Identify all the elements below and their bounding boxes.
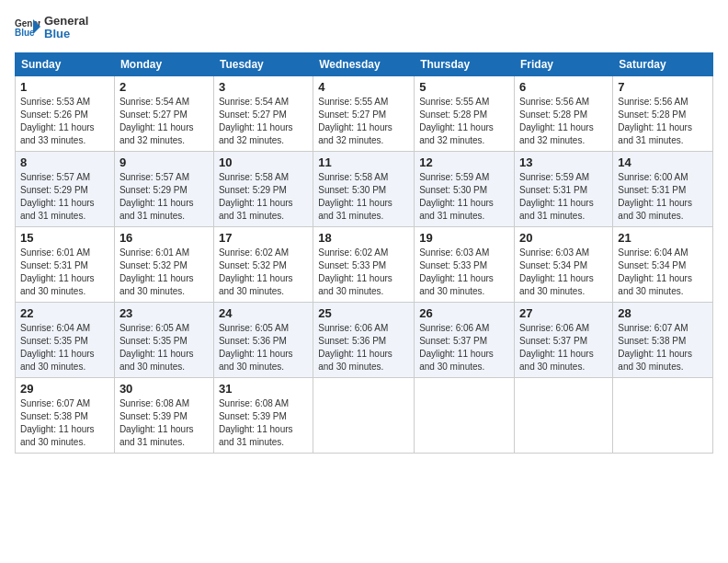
day-info: Sunrise: 6:01 AM Sunset: 5:32 PM Dayligh… [119,247,209,298]
calendar-cell: 21 Sunrise: 6:04 AM Sunset: 5:34 PM Dayl… [613,226,713,302]
calendar-cell: 8 Sunrise: 5:57 AM Sunset: 5:29 PM Dayli… [16,151,115,226]
day-number: 23 [119,306,209,320]
calendar-cell [613,377,713,453]
day-number: 14 [618,155,708,169]
day-info: Sunrise: 5:55 AM Sunset: 5:27 PM Dayligh… [318,96,409,147]
day-number: 15 [20,231,109,245]
calendar-cell: 16 Sunrise: 6:01 AM Sunset: 5:32 PM Dayl… [114,226,213,302]
day-number: 4 [318,80,409,94]
day-number: 3 [219,80,308,94]
day-number: 25 [318,306,409,320]
day-info: Sunrise: 5:59 AM Sunset: 5:31 PM Dayligh… [519,171,608,223]
day-number: 26 [419,306,509,320]
calendar-cell [415,377,515,453]
calendar-cell: 20 Sunrise: 6:03 AM Sunset: 5:34 PM Dayl… [515,226,613,302]
day-info: Sunrise: 6:02 AM Sunset: 5:32 PM Dayligh… [219,247,308,298]
day-number: 17 [219,231,308,245]
calendar-cell: 1 Sunrise: 5:53 AM Sunset: 5:26 PM Dayli… [16,75,115,151]
day-number: 10 [219,155,308,169]
day-header-monday: Monday [114,52,213,75]
day-number: 29 [20,382,109,396]
calendar-cell: 31 Sunrise: 6:08 AM Sunset: 5:39 PM Dayl… [213,377,313,453]
calendar-cell: 6 Sunrise: 5:56 AM Sunset: 5:28 PM Dayli… [515,75,613,151]
calendar-cell: 29 Sunrise: 6:07 AM Sunset: 5:38 PM Dayl… [16,377,115,453]
day-info: Sunrise: 6:02 AM Sunset: 5:33 PM Dayligh… [318,247,409,298]
day-info: Sunrise: 5:57 AM Sunset: 5:29 PM Dayligh… [20,171,109,223]
day-header-saturday: Saturday [613,52,713,75]
day-number: 16 [119,231,209,245]
day-number: 24 [219,306,308,320]
day-number: 6 [519,80,608,94]
day-number: 8 [20,155,109,169]
calendar-cell: 17 Sunrise: 6:02 AM Sunset: 5:32 PM Dayl… [213,226,313,302]
calendar-cell: 5 Sunrise: 5:55 AM Sunset: 5:28 PM Dayli… [415,75,515,151]
day-info: Sunrise: 6:08 AM Sunset: 5:39 PM Dayligh… [119,397,209,449]
day-number: 1 [20,80,109,94]
day-info: Sunrise: 6:01 AM Sunset: 5:31 PM Dayligh… [20,247,109,298]
day-info: Sunrise: 6:00 AM Sunset: 5:31 PM Dayligh… [618,171,708,223]
calendar-cell: 4 Sunrise: 5:55 AM Sunset: 5:27 PM Dayli… [313,75,415,151]
day-number: 13 [519,155,608,169]
calendar-cell: 10 Sunrise: 5:58 AM Sunset: 5:29 PM Dayl… [213,151,313,226]
day-number: 19 [419,231,509,245]
calendar-table: SundayMondayTuesdayWednesdayThursdayFrid… [15,52,713,454]
day-header-friday: Friday [515,52,613,75]
day-info: Sunrise: 6:06 AM Sunset: 5:37 PM Dayligh… [419,322,509,373]
calendar-cell: 3 Sunrise: 5:54 AM Sunset: 5:27 PM Dayli… [213,75,313,151]
logo: General Blue General Blue [15,15,88,41]
day-number: 30 [119,382,209,396]
day-info: Sunrise: 6:04 AM Sunset: 5:34 PM Dayligh… [618,247,708,298]
day-info: Sunrise: 5:58 AM Sunset: 5:30 PM Dayligh… [318,171,409,223]
day-info: Sunrise: 6:05 AM Sunset: 5:36 PM Dayligh… [219,322,308,373]
day-info: Sunrise: 5:54 AM Sunset: 5:27 PM Dayligh… [119,96,209,147]
day-number: 22 [20,306,109,320]
day-number: 2 [119,80,209,94]
calendar-cell [313,377,415,453]
calendar-cell: 7 Sunrise: 5:56 AM Sunset: 5:28 PM Dayli… [613,75,713,151]
day-info: Sunrise: 6:03 AM Sunset: 5:33 PM Dayligh… [419,247,509,298]
day-number: 11 [318,155,409,169]
calendar-cell [515,377,613,453]
svg-text:Blue: Blue [15,28,35,38]
day-info: Sunrise: 6:06 AM Sunset: 5:37 PM Dayligh… [519,322,608,373]
calendar-cell: 19 Sunrise: 6:03 AM Sunset: 5:33 PM Dayl… [415,226,515,302]
day-info: Sunrise: 5:54 AM Sunset: 5:27 PM Dayligh… [219,96,308,147]
day-info: Sunrise: 6:03 AM Sunset: 5:34 PM Dayligh… [519,247,608,298]
day-number: 28 [618,306,708,320]
day-header-thursday: Thursday [415,52,515,75]
day-number: 5 [419,80,509,94]
calendar-cell: 2 Sunrise: 5:54 AM Sunset: 5:27 PM Dayli… [114,75,213,151]
calendar-cell: 15 Sunrise: 6:01 AM Sunset: 5:31 PM Dayl… [16,226,115,302]
calendar-cell: 18 Sunrise: 6:02 AM Sunset: 5:33 PM Dayl… [313,226,415,302]
calendar-cell: 14 Sunrise: 6:00 AM Sunset: 5:31 PM Dayl… [613,151,713,226]
calendar-cell: 25 Sunrise: 6:06 AM Sunset: 5:36 PM Dayl… [313,302,415,377]
day-number: 18 [318,231,409,245]
calendar-cell: 26 Sunrise: 6:06 AM Sunset: 5:37 PM Dayl… [415,302,515,377]
day-info: Sunrise: 5:59 AM Sunset: 5:30 PM Dayligh… [419,171,509,223]
day-header-tuesday: Tuesday [213,52,313,75]
calendar-cell: 9 Sunrise: 5:57 AM Sunset: 5:29 PM Dayli… [114,151,213,226]
day-info: Sunrise: 6:07 AM Sunset: 5:38 PM Dayligh… [20,397,109,449]
day-number: 27 [519,306,608,320]
day-header-sunday: Sunday [16,52,115,75]
calendar-cell: 11 Sunrise: 5:58 AM Sunset: 5:30 PM Dayl… [313,151,415,226]
day-info: Sunrise: 5:57 AM Sunset: 5:29 PM Dayligh… [119,171,209,223]
day-number: 7 [618,80,708,94]
calendar-cell: 28 Sunrise: 6:07 AM Sunset: 5:38 PM Dayl… [613,302,713,377]
calendar-cell: 30 Sunrise: 6:08 AM Sunset: 5:39 PM Dayl… [114,377,213,453]
day-info: Sunrise: 6:07 AM Sunset: 5:38 PM Dayligh… [618,322,708,373]
day-number: 21 [618,231,708,245]
day-info: Sunrise: 6:06 AM Sunset: 5:36 PM Dayligh… [318,322,409,373]
day-number: 20 [519,231,608,245]
calendar-cell: 22 Sunrise: 6:04 AM Sunset: 5:35 PM Dayl… [16,302,115,377]
day-number: 31 [219,382,308,396]
day-info: Sunrise: 5:56 AM Sunset: 5:28 PM Dayligh… [519,96,608,147]
day-number: 12 [419,155,509,169]
calendar-cell: 24 Sunrise: 6:05 AM Sunset: 5:36 PM Dayl… [213,302,313,377]
day-info: Sunrise: 5:58 AM Sunset: 5:29 PM Dayligh… [219,171,308,223]
calendar-cell: 13 Sunrise: 5:59 AM Sunset: 5:31 PM Dayl… [515,151,613,226]
day-info: Sunrise: 6:04 AM Sunset: 5:35 PM Dayligh… [20,322,109,373]
day-info: Sunrise: 6:08 AM Sunset: 5:39 PM Dayligh… [219,397,308,449]
day-info: Sunrise: 5:56 AM Sunset: 5:28 PM Dayligh… [618,96,708,147]
logo-blue: Blue [44,28,88,40]
